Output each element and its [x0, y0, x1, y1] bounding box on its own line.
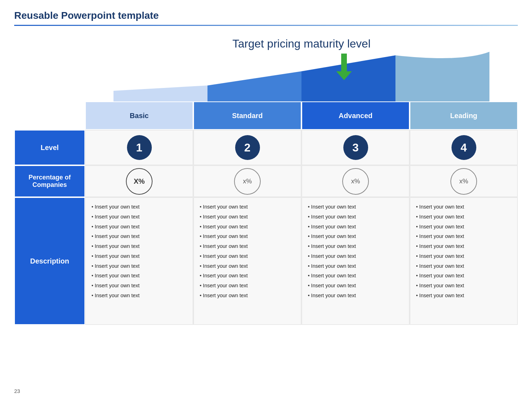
col-header-standard: Standard [193, 101, 301, 130]
pct-1-cell: X% [85, 165, 193, 197]
level-label: Level [14, 130, 85, 165]
list-item: Insert your own text [200, 222, 295, 232]
list-item: Insert your own text [308, 251, 403, 261]
desc-label: Description [14, 197, 85, 325]
list-item: Insert your own text [308, 261, 403, 271]
col-header-advanced: Advanced [301, 101, 410, 130]
pct-2-circle: x% [234, 168, 261, 195]
list-item: Insert your own text [200, 232, 295, 242]
list-item: Insert your own text [92, 261, 187, 271]
list-item: Insert your own text [416, 251, 511, 261]
desc-col1: Insert your own text Insert your own tex… [85, 197, 193, 325]
maturity-shape-svg [85, 52, 518, 101]
list-item: Insert your own text [416, 232, 511, 242]
list-item: Insert your own text [200, 271, 295, 281]
svg-marker-0 [113, 85, 207, 101]
col-header-basic: Basic [85, 101, 193, 130]
list-item: Insert your own text [416, 281, 511, 291]
pct-4-circle: x% [450, 168, 477, 195]
level-1-cell: 1 [85, 130, 193, 165]
desc-col2: Insert your own text Insert your own tex… [193, 197, 301, 325]
list-item: Insert your own text [200, 202, 295, 212]
page-title: Reusable Powerpoint template [0, 0, 532, 25]
level-3-circle: 3 [343, 135, 368, 160]
list-item: Insert your own text [92, 232, 187, 242]
page-number: 23 [14, 388, 20, 394]
desc-list-2: Insert your own text Insert your own tex… [200, 202, 295, 301]
list-item: Insert your own text [200, 281, 295, 291]
list-item: Insert your own text [92, 222, 187, 232]
list-item: Insert your own text [200, 261, 295, 271]
pct-label: Percentage of Companies [14, 165, 85, 197]
svg-marker-1 [207, 71, 301, 101]
list-item: Insert your own text [308, 271, 403, 281]
pct-2-cell: x% [193, 165, 301, 197]
list-item: Insert your own text [200, 212, 295, 222]
list-item: Insert your own text [416, 222, 511, 232]
pct-3-circle: x% [342, 168, 369, 195]
level-1-circle: 1 [127, 135, 152, 160]
pct-1-circle: X% [126, 168, 153, 195]
level-4-circle: 4 [451, 135, 476, 160]
desc-col3: Insert your own text Insert your own tex… [301, 197, 410, 325]
list-item: Insert your own text [416, 212, 511, 222]
list-item: Insert your own text [416, 271, 511, 281]
level-4-cell: 4 [410, 130, 518, 165]
list-item: Insert your own text [416, 242, 511, 251]
list-item: Insert your own text [92, 251, 187, 261]
list-item: Insert your own text [200, 251, 295, 261]
list-item: Insert your own text [92, 242, 187, 251]
pct-4-cell: x% [410, 165, 518, 197]
desc-list-4: Insert your own text Insert your own tex… [416, 202, 511, 301]
list-item: Insert your own text [308, 291, 403, 301]
list-item: Insert your own text [308, 222, 403, 232]
list-item: Insert your own text [308, 281, 403, 291]
level-2-cell: 2 [193, 130, 301, 165]
list-item: Insert your own text [200, 242, 295, 251]
list-item: Insert your own text [92, 291, 187, 301]
list-item: Insert your own text [92, 271, 187, 281]
list-item: Insert your own text [92, 281, 187, 291]
list-item: Insert your own text [308, 242, 403, 251]
desc-list-1: Insert your own text Insert your own tex… [92, 202, 187, 301]
top-divider [14, 25, 518, 26]
desc-list-3: Insert your own text Insert your own tex… [308, 202, 403, 301]
list-item: Insert your own text [308, 202, 403, 212]
svg-marker-2 [301, 55, 395, 101]
desc-col4: Insert your own text Insert your own tex… [410, 197, 518, 325]
maturity-title: Target pricing maturity level [85, 32, 518, 52]
list-item: Insert your own text [308, 212, 403, 222]
list-item: Insert your own text [200, 291, 295, 301]
col-header-leading: Leading [410, 101, 518, 130]
list-item: Insert your own text [416, 291, 511, 301]
list-item: Insert your own text [92, 202, 187, 212]
list-item: Insert your own text [416, 202, 511, 212]
pct-3-cell: x% [301, 165, 410, 197]
list-item: Insert your own text [416, 261, 511, 271]
level-2-circle: 2 [235, 135, 260, 160]
level-3-cell: 3 [301, 130, 410, 165]
list-item: Insert your own text [308, 232, 403, 242]
list-item: Insert your own text [92, 212, 187, 222]
